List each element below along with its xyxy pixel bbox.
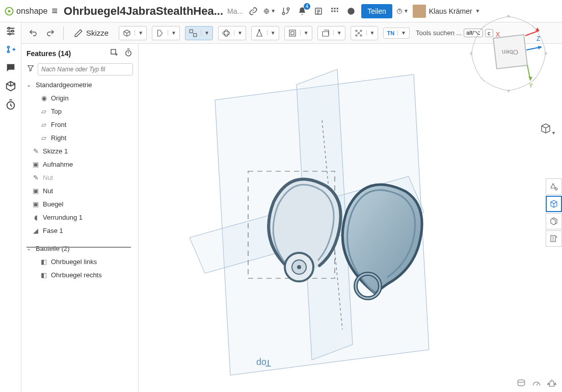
svg-rect-8 xyxy=(334,10,336,12)
pencil-icon: ✎ xyxy=(32,173,40,181)
brand-text: onshape xyxy=(16,7,47,16)
precision-icon[interactable] xyxy=(531,378,542,388)
tree-plane-front[interactable]: ▱Front xyxy=(21,118,138,131)
svg-point-28 xyxy=(358,32,359,34)
svg-rect-7 xyxy=(331,10,333,12)
svg-point-25 xyxy=(360,30,362,32)
view-iso-icon[interactable]: ▼ xyxy=(540,122,552,135)
svg-point-57 xyxy=(555,188,557,190)
tree-parts[interactable]: ⌄ Bauteile (2) xyxy=(21,242,138,255)
svg-marker-55 xyxy=(538,46,542,49)
appstore-icon[interactable] xyxy=(345,5,357,17)
mass-icon[interactable] xyxy=(547,378,557,388)
svg-point-26 xyxy=(356,35,357,36)
filter-icon[interactable] xyxy=(26,64,35,74)
draft-tool[interactable]: ▼ xyxy=(251,26,279,40)
fillet-tool[interactable]: ▼ xyxy=(218,26,246,40)
plane-tool[interactable]: ▼ xyxy=(317,26,345,40)
svg-rect-29 xyxy=(111,49,116,54)
share-button[interactable]: Teilen xyxy=(361,4,392,18)
add-feature-icon[interactable] xyxy=(110,48,119,59)
redo-button[interactable] xyxy=(43,27,58,40)
tree-label: Bauteile (2) xyxy=(36,245,69,252)
appearance-panel-button[interactable] xyxy=(546,178,562,195)
view-cube[interactable]: Oben X Y Z xyxy=(465,10,552,97)
svg-marker-44 xyxy=(469,51,472,56)
onshape-icon xyxy=(4,6,14,16)
tree-nut[interactable]: ▣Nut xyxy=(21,184,138,197)
revolve-tool[interactable]: ▼ xyxy=(152,26,180,40)
bom-icon[interactable] xyxy=(312,5,325,17)
timer-icon[interactable] xyxy=(124,48,133,59)
tree-part-rechts[interactable]: ◧Ohrbuegel rechts xyxy=(21,268,138,281)
version-icon[interactable] xyxy=(280,5,292,17)
document-branch[interactable]: Ma... xyxy=(227,7,243,15)
dimension-panel-button[interactable] xyxy=(546,230,562,247)
help-icon[interactable]: ▼ xyxy=(396,5,409,17)
chevron-down-icon: ⌄ xyxy=(26,245,33,252)
pencil-icon: ✎ xyxy=(32,147,40,155)
extrude-tool[interactable]: ▼ xyxy=(119,26,147,40)
svg-rect-18 xyxy=(194,33,197,36)
rail-comments-icon[interactable] xyxy=(5,62,16,73)
tree-plane-right[interactable]: ▱Right xyxy=(21,131,138,144)
shell-tool[interactable]: ▼ xyxy=(284,26,312,40)
sketch-button[interactable]: Skizze xyxy=(69,27,114,40)
link-icon[interactable] xyxy=(247,5,259,17)
svg-point-27 xyxy=(360,35,362,36)
tree-fase[interactable]: ◢Fase 1 xyxy=(21,224,138,237)
isometric-panel-button[interactable] xyxy=(546,196,562,212)
features-panel: Features (14) ⌄ Standardgeometrie ◉Origi… xyxy=(21,44,139,392)
notifications-icon[interactable]: 4 xyxy=(296,5,308,17)
tree-skizze1[interactable]: ✎Skizze 1 xyxy=(21,144,138,158)
chamfer-icon: ◢ xyxy=(32,226,40,234)
tree-plane-top[interactable]: ▱Top xyxy=(21,104,138,118)
svg-rect-6 xyxy=(337,8,338,9)
tree-default-geometry[interactable]: ⌄ Standardgeometrie xyxy=(21,79,138,91)
sketch-label: Skizze xyxy=(86,29,109,37)
rail-timer-icon[interactable] xyxy=(5,99,16,110)
svg-point-12 xyxy=(11,30,13,32)
part-icon: ◧ xyxy=(40,271,48,279)
notification-badge: 4 xyxy=(304,3,311,10)
apps-icon[interactable] xyxy=(329,5,341,17)
units-icon[interactable] xyxy=(516,378,526,388)
svg-point-20 xyxy=(224,30,228,37)
toolbar-divider xyxy=(63,27,64,40)
plane-icon: ▱ xyxy=(40,134,48,142)
menu-icon[interactable]: ≡ xyxy=(51,5,58,17)
rail-cube-icon[interactable]: ? xyxy=(5,81,16,92)
svg-text:Y: Y xyxy=(529,82,533,89)
plane-icon: ▱ xyxy=(40,107,48,115)
rail-configure-icon[interactable] xyxy=(5,25,16,37)
svg-rect-17 xyxy=(190,30,193,33)
tree-verrundung[interactable]: ◖Verrundung 1 xyxy=(21,211,138,224)
filter-input[interactable] xyxy=(38,63,133,75)
tree-part-links[interactable]: ◧Ohrbuegel links xyxy=(21,255,138,268)
svg-point-13 xyxy=(9,33,11,35)
svg-marker-42 xyxy=(506,14,511,17)
tree-origin[interactable]: ◉Origin xyxy=(21,91,138,104)
sweep-tool[interactable]: ▼ xyxy=(185,26,213,40)
rollback-bar[interactable] xyxy=(26,247,131,248)
svg-text:X: X xyxy=(496,31,500,38)
svg-point-11 xyxy=(8,28,10,30)
extrude-icon: ▣ xyxy=(32,187,40,195)
tree-nut-sketch[interactable]: ✎Nut xyxy=(21,171,138,184)
globe-icon[interactable]: ▼ xyxy=(263,5,276,17)
tree-buegel[interactable]: ▣Buegel xyxy=(21,197,138,211)
section-panel-button[interactable] xyxy=(546,213,562,229)
tree-aufnahme[interactable]: ▣Aufnahme xyxy=(21,158,138,171)
svg-rect-22 xyxy=(289,30,296,36)
features-header: Features (14) xyxy=(21,44,138,63)
pattern-tool[interactable]: ▼ xyxy=(351,26,379,40)
text-tool[interactable]: TN▼ xyxy=(383,28,410,39)
undo-button[interactable] xyxy=(25,27,41,40)
brand-logo[interactable]: onshape xyxy=(4,6,47,16)
feature-tree: ⌄ Standardgeometrie ◉Origin ▱Top ▱Front … xyxy=(21,79,138,392)
filter-row xyxy=(21,63,138,79)
document-title[interactable]: Ohrbuegel4JabraStealthHea... xyxy=(64,5,223,18)
svg-text:Z: Z xyxy=(537,35,540,42)
rail-add-icon[interactable] xyxy=(5,44,16,55)
avatar xyxy=(413,5,426,18)
